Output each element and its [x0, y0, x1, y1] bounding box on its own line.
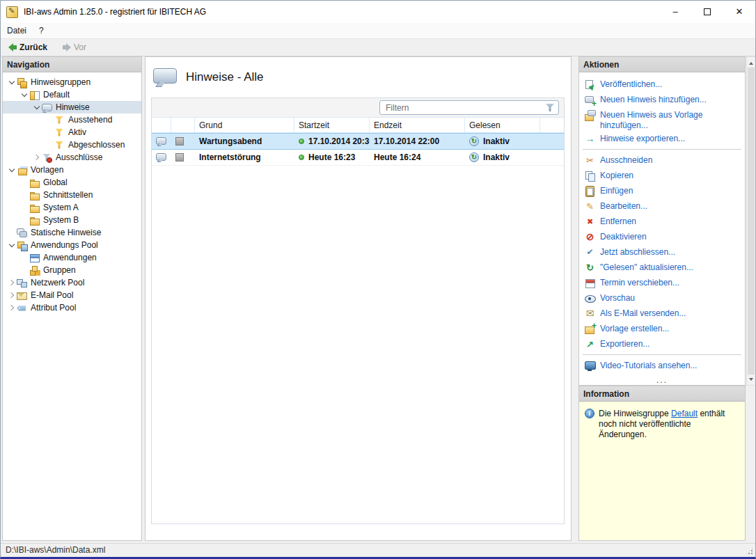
action-als-email-versenden[interactable]: Als E-Mail versenden... — [579, 306, 745, 321]
table-row[interactable]: Internetstörung Heute 16:23 Heute 16:24 … — [152, 150, 564, 166]
tree-item-schnittstellen[interactable]: Schnittstellen — [3, 189, 141, 201]
tree-item-label: System B — [43, 215, 79, 225]
tree-item-hinweisgruppen[interactable]: Hinweisgruppen — [3, 76, 141, 88]
chevron-right-icon[interactable] — [7, 290, 17, 300]
action-kopieren[interactable]: Kopieren — [579, 168, 745, 183]
filter-box — [379, 100, 559, 115]
tree-item-system-a[interactable]: System A — [3, 201, 141, 214]
tree-item-aktiv[interactable]: Aktiv — [3, 126, 141, 139]
action-veroeffentlichen[interactable]: Veröffentlichen... — [579, 77, 745, 92]
tree-item-default[interactable]: Default — [3, 88, 141, 101]
add-note-icon — [585, 95, 595, 105]
action-einfuegen[interactable]: Einfügen — [579, 183, 745, 198]
forward-button[interactable]: Vor — [58, 40, 90, 55]
scroll-up-button[interactable] — [747, 57, 755, 67]
column-header-state[interactable] — [171, 118, 195, 132]
actions-panel: Aktionen Veröffentlichen... Neuen Hinwei… — [578, 56, 746, 386]
window-controls: – ✕ — [659, 1, 755, 22]
column-header-type[interactable] — [152, 118, 171, 132]
minimize-button[interactable]: – — [659, 1, 691, 22]
tree-item-label: Statische Hinweise — [31, 228, 101, 237]
tree-item-gruppen[interactable]: Gruppen — [3, 264, 141, 276]
tree-item-global[interactable]: Global — [3, 176, 141, 189]
tree-item-anwendungs-pool[interactable]: Anwendungs Pool — [3, 239, 141, 251]
action-label: Ausschneiden — [600, 155, 652, 166]
action-neuen-hinweis-aus-vorlage[interactable]: Neuen Hinweis aus Vorlage hinzufügen... — [579, 107, 745, 131]
scrollbar-thumb[interactable] — [748, 68, 755, 375]
information-header: Information — [579, 386, 745, 402]
tree-item-netzwerk-pool[interactable]: Netzwerk Pool — [3, 276, 141, 289]
close-button[interactable]: ✕ — [723, 1, 755, 22]
action-vorlage-erstellen[interactable]: Vorlage erstellen... — [579, 321, 745, 336]
chevron-spacer — [7, 228, 17, 237]
tree-item-label: Ausschlüsse — [56, 152, 102, 162]
action-gelesen-aktualisieren[interactable]: "Gelesen" aktualisieren... — [579, 260, 745, 275]
maximize-button[interactable] — [691, 1, 723, 22]
chevron-right-icon[interactable] — [7, 303, 17, 313]
forward-label: Vor — [74, 42, 86, 52]
chevron-down-icon[interactable] — [19, 90, 29, 100]
action-label: Bearbeiten... — [600, 201, 647, 212]
resize-grip[interactable] — [745, 546, 754, 556]
chevron-down-icon[interactable] — [7, 240, 17, 250]
color-swatch-icon — [175, 137, 184, 145]
actions-overflow[interactable]: ... — [579, 377, 745, 384]
action-video-tutorials[interactable]: Video-Tutorials ansehen... — [579, 358, 745, 373]
tree-item-vorlagen[interactable]: Vorlagen — [3, 164, 141, 176]
color-swatch-icon — [175, 153, 184, 162]
hinweisgruppen-icon — [17, 77, 27, 88]
page-title: Hinweise - Alle — [186, 70, 264, 84]
action-bearbeiten[interactable]: Bearbeiten... — [579, 198, 745, 214]
menu-help[interactable]: ? — [33, 23, 50, 39]
filter-input[interactable] — [379, 100, 559, 115]
back-button[interactable]: Zurück — [4, 40, 52, 55]
chevron-right-icon[interactable] — [32, 152, 42, 162]
status-path: D:\IBI-aws\Admin\Data.xml — [6, 545, 105, 555]
tree-item-hinweise[interactable]: Hinweise — [3, 101, 141, 113]
note-icon — [156, 153, 166, 162]
default-group-link[interactable]: Default — [671, 409, 698, 418]
tree-item-anwendungen[interactable]: Anwendungen — [3, 251, 141, 264]
action-jetzt-abschliessen[interactable]: Jetzt abschliessen... — [579, 244, 745, 260]
back-label: Zurück — [19, 42, 47, 52]
tree-item-label: Anwendungen — [43, 253, 97, 262]
chevron-down-icon[interactable] — [32, 102, 42, 112]
action-vorschau[interactable]: Vorschau — [579, 290, 745, 306]
tree-item-label: Default — [43, 90, 70, 100]
tree-item-attribut-pool[interactable]: Attribut Pool — [3, 301, 141, 314]
tree-item-abgeschlossen[interactable]: Abgeschlossen — [3, 139, 141, 151]
action-deaktivieren[interactable]: Deaktivieren — [579, 229, 745, 244]
filter-funnel-icon — [54, 140, 65, 150]
table-row[interactable]: Wartungsabend 17.10.2014 20:30 17.10.201… — [152, 133, 564, 150]
action-label: Hinweise exportieren... — [600, 134, 685, 144]
action-hinweise-exportieren[interactable]: Hinweise exportieren... — [579, 131, 745, 146]
tree-item-system-b[interactable]: System B — [3, 214, 141, 226]
action-termin-verschieben[interactable]: Termin verschieben... — [579, 275, 745, 290]
chevron-spacer — [19, 253, 29, 262]
column-header-grund[interactable]: Grund — [195, 118, 294, 132]
chevron-down-icon[interactable] — [7, 77, 17, 87]
scroll-down-button[interactable] — [747, 375, 755, 385]
actions-separator — [583, 354, 741, 355]
chevron-spacer — [45, 115, 54, 125]
action-neuen-hinweis-hinzufuegen[interactable]: Neuen Hinweis hinzufügen... — [579, 92, 745, 107]
action-entfernen[interactable]: Entfernen — [579, 214, 745, 229]
tree-item-ausstehend[interactable]: Ausstehend — [3, 113, 141, 126]
column-header-startzeit[interactable]: Startzeit — [294, 118, 370, 132]
action-ausschneiden[interactable]: Ausschneiden — [579, 152, 745, 168]
action-exportieren[interactable]: Exportieren... — [579, 336, 745, 352]
column-header-gelesen[interactable]: Gelesen — [465, 118, 540, 132]
chevron-right-icon[interactable] — [7, 278, 17, 288]
new-template-icon — [585, 324, 595, 334]
navigation-panel: Navigation Hinweisgruppen Default Hinwei… — [2, 56, 142, 541]
cell-gelesen: Inaktiv — [483, 152, 510, 162]
tree-item-ausschluesse[interactable]: Ausschlüsse — [3, 151, 141, 164]
menu-datei[interactable]: Datei — [1, 23, 33, 39]
actions-scrollbar[interactable] — [746, 56, 756, 386]
active-status-dot — [299, 139, 304, 144]
chevron-down-icon[interactable] — [7, 165, 17, 175]
scroll-down-icon — [749, 378, 753, 383]
tree-item-statische-hinweise[interactable]: Statische Hinweise — [3, 226, 141, 239]
tree-item-email-pool[interactable]: E-Mail Pool — [3, 289, 141, 301]
column-header-endzeit[interactable]: Endzeit — [370, 118, 465, 132]
